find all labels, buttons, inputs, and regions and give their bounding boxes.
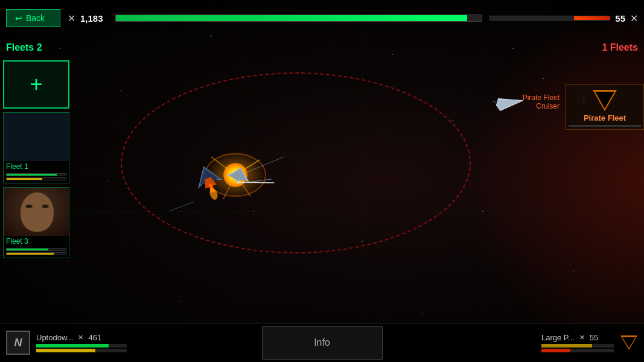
fleet-1-label: Fleet 1 [4,161,69,172]
pirate-fleet-label: Pirate Fleet [569,113,641,122]
fleet-card-1[interactable]: Fleet 1 [3,112,69,183]
bottom-right: Large P... ✕ 55 [383,333,645,352]
fleet-3-energy-fill [7,253,54,255]
player-unit-name-row: Uptodow... ✕ 461 [36,333,127,342]
fleet-3-bars [4,247,69,258]
enemy-unit-name: Large P... [541,333,575,342]
fleet-1-energy-bar [6,177,66,180]
fleet-card-3[interactable]: Fleet 3 [3,187,69,258]
fleet-3-health-bar [6,248,66,251]
fleet-3-health-fill [7,249,48,250]
player-unit-icon-letter: N [14,337,22,349]
fleets-right-count: 1 [602,42,607,52]
fleet-3-energy-bar [6,252,66,255]
player-health-fill [116,15,467,21]
pirate-fleet-card[interactable]: Pirate Fleet [566,84,644,130]
enemy-unit-energy-fill [541,349,570,352]
enemy-unit-name-row: Large P... ✕ 55 [541,333,614,342]
left-sidebar: + Fleet 1 Fleet 3 [3,60,75,258]
player-health-row: ✕ 1,183 [68,13,482,24]
back-label: Back [26,13,45,23]
svg-line-21 [493,101,496,103]
fleets-right-label: 1 Fleets [602,42,638,53]
enemy-health-bar [489,16,610,21]
enemy-unit-energy-bar [541,349,614,352]
fleet-1-energy-fill [7,178,42,180]
enemy-unit-health-fill [541,344,592,348]
enemy-unit-icon [620,334,638,352]
player-unit-health-bar [36,344,127,348]
pirate-fleet-icon [593,90,617,111]
pirate-fleet-bar [569,125,641,127]
enemy-health-fill [574,16,610,20]
fleet-3-label: Fleet 3 [4,236,69,247]
top-hud: ↩ Back ✕ 1,183 55 ✕ [0,0,644,36]
fleet-1-health-fill [7,174,57,176]
fleet-3-avatar [4,188,69,236]
enemy-unit-health-bar [541,344,614,348]
bottom-hud: N Uptodow... ✕ 461 Info Large P... [0,323,644,362]
info-button[interactable]: Info [262,326,383,360]
player-unit-count: 461 [88,333,101,342]
player-unit-info: Uptodow... ✕ 461 [36,333,127,352]
pirate-cruiser-sub: Cruiser [523,102,560,110]
enemy-triangle-icon [620,335,637,350]
player-unit-name: Uptodow... [36,333,73,342]
player-health-value: 1,183 [80,13,110,24]
enemy-health-icon: ✕ [630,13,638,24]
fleets-left-label: Fleets 2 [6,42,42,53]
player-unit-count-icon: ✕ [78,334,83,341]
svg-line-19 [247,157,284,172]
svg-line-18 [169,202,193,211]
enemy-unit-count: 55 [590,333,598,342]
player-health-bar [115,14,482,22]
ship-group [163,145,284,238]
bottom-left: N Uptodow... ✕ 461 [0,331,262,355]
fleets-left-count: 2 [37,42,42,52]
fleet-1-bars [4,172,69,183]
player-health-icon: ✕ [68,13,75,24]
fleet-3-face [4,188,69,236]
player-unit-energy-bar [36,349,127,352]
pirate-fleet-name: Pirate Fleet [523,94,560,102]
face-shape [21,192,54,232]
fleet-1-avatar [4,113,69,161]
player-unit-energy-fill [36,349,95,352]
health-bar-container: ✕ 1,183 [68,13,482,24]
back-icon: ↩ [15,13,22,23]
enemy-health-value: 55 [615,13,625,24]
enemy-unit-count-icon: ✕ [579,334,585,341]
svg-marker-20 [496,95,524,112]
fleet-1-health-bar [6,173,66,176]
add-fleet-button[interactable]: + [3,60,69,109]
enemy-unit-info: Large P... ✕ 55 [541,333,614,352]
svg-point-13 [208,187,219,201]
enemy-unit-bars [541,344,614,352]
right-panel: Pirate Fleet [566,84,644,130]
add-fleet-icon: + [30,72,42,97]
fleets-left-text: Fleets [6,42,34,52]
back-button[interactable]: ↩ Back [6,9,60,27]
player-unit-bars [36,344,127,352]
info-button-label: Info [314,337,330,348]
fleets-right-text: Fleets [610,42,638,52]
player-unit-health-fill [36,344,109,348]
enemy-health-row: 55 ✕ [489,13,638,24]
pirate-cruiser-label: Pirate Fleet Cruiser [523,94,560,110]
player-unit-icon: N [6,331,30,355]
game-canvas [0,0,644,362]
